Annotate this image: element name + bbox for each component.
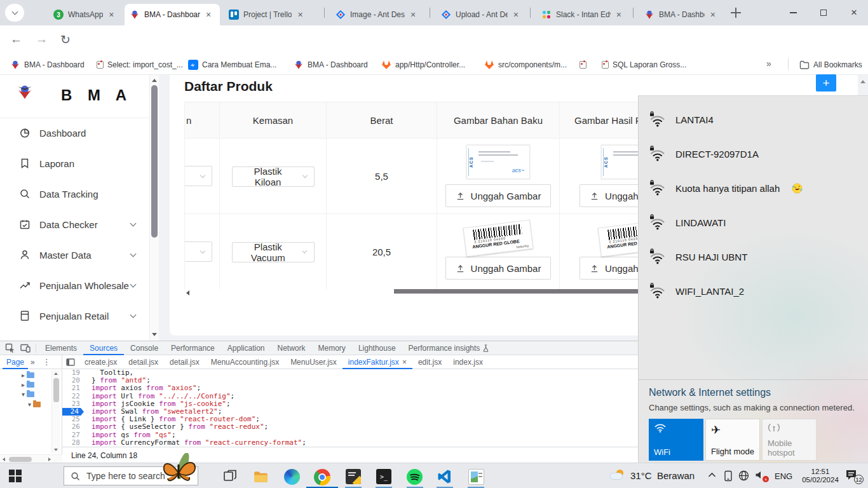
inspect-icon[interactable] [5,343,15,353]
close-icon[interactable]: × [615,10,623,19]
upload-bahan-baku-button[interactable]: Unggah Gambar [445,184,552,207]
barcode-image-thumbnail[interactable]: 2 210110 04200 ANGGUR RED GLOBE Netto/Kg [463,220,534,257]
devtools-tab-application[interactable]: Application [221,341,271,355]
device-toolbar-icon[interactable] [20,343,31,353]
language-indicator[interactable]: ENG [775,471,792,481]
volume-muted-icon[interactable]: × [755,470,768,482]
kemasan-select[interactable]: Plastik Vacuum [232,242,315,262]
close-icon[interactable]: × [512,10,520,19]
tree-folder-expanded[interactable]: ▾ [28,401,41,408]
network-globe-icon[interactable] [738,470,749,481]
spotify-button[interactable] [407,469,423,485]
close-icon[interactable]: × [205,10,212,19]
navigator-hscrollbar[interactable] [0,454,62,463]
devtools-tab-memory[interactable]: Memory [312,341,352,355]
flight-mode-tile[interactable]: ✈ Flight mode [705,419,760,461]
scroll-up-icon[interactable] [152,79,157,82]
pane-kebab-icon[interactable]: ⋮ [43,357,51,367]
search-highlight-butterfly[interactable] [160,453,200,487]
vscode-button[interactable] [437,469,454,485]
photos-app-button[interactable] [468,469,485,485]
file-tab-create[interactable]: create.jsx [79,355,123,369]
bookmark-sql-laporan[interactable]: SQL Laporan Gross... [602,59,686,71]
new-tab-button[interactable] [731,8,741,18]
edge-button[interactable] [284,469,301,485]
table-scroll-left-icon[interactable] [186,290,189,295]
notification-center-button[interactable]: 12 [845,469,862,483]
sidebar-item-dashboard[interactable]: Dashboard [0,120,149,146]
file-tab-index[interactable]: index.jsx [447,355,489,369]
file-tab-detail-2[interactable]: detail.jsx [164,355,205,369]
scroll-down-icon[interactable] [152,333,157,336]
page-scroll-up-icon[interactable] [860,80,865,83]
line-number[interactable]: 22 [62,393,84,400]
file-tab-indexfaktur[interactable]: indexFaktur.jsx× [342,355,412,369]
wifi-network-item[interactable]: Kuota hanya titipan allah [639,171,868,205]
upload-bahan-baku-button[interactable]: Unggah Gambar [445,257,552,280]
wifi-network-item[interactable]: RSU HAJI UBNT [639,240,868,274]
file-explorer-button[interactable] [253,469,269,485]
wifi-network-item[interactable]: WIFI_LANTAI_2 [639,274,868,308]
close-icon[interactable]: × [409,10,417,19]
bookmark-select-import[interactable]: Select: import_cost_... [97,59,183,71]
phone-link-icon[interactable] [723,470,733,482]
back-icon[interactable]: ← [10,32,22,46]
bookmark-gitlab-components[interactable]: src/components/m... [484,59,567,71]
wifi-toggle-tile[interactable]: WiFi [649,419,703,461]
chrome-button[interactable] [314,469,330,485]
window-maximize-button[interactable] [810,0,837,25]
close-icon[interactable]: × [107,10,115,19]
pane-overflow-icon[interactable]: » [28,358,37,367]
network-settings-link[interactable]: Network & Internet settings [649,387,771,398]
start-button-icon[interactable] [9,470,22,482]
sidebar-item-master-data[interactable]: Master Data [0,242,149,268]
weather-icon[interactable] [610,470,627,482]
bookmarks-overflow-icon[interactable]: » [766,58,771,69]
close-icon[interactable]: × [296,10,304,19]
tab-bma-dashboard-active[interactable]: BMA - Dashboar × [125,4,220,25]
add-row-button[interactable]: + [816,74,836,92]
tree-folder-expanded[interactable]: ▾ [22,391,34,398]
weather-condition[interactable]: Berawan [657,470,695,481]
scrollbar-thumb[interactable] [9,457,32,462]
line-number[interactable]: 27 [62,431,84,439]
line-number[interactable]: 26 [62,423,84,431]
line-number[interactable]: 23 [62,400,84,408]
devtools-tab-elements[interactable]: Elements [39,341,83,355]
reload-icon[interactable]: ↻ [60,32,71,47]
tab-whatsapp[interactable]: 3 WhatsApp × [48,4,122,25]
tree-folder-collapsed[interactable]: ▸ [22,381,34,388]
line-number[interactable]: 24 [62,408,84,416]
wifi-network-item[interactable]: LINDAWATI [639,205,868,240]
scrollbar-thumb[interactable] [53,378,59,402]
devtools-tab-lighthouse[interactable]: Lighthouse [352,341,402,355]
kemasan-select[interactable]: Plastik Kiloan [232,166,315,187]
bookmark-gitlab-controller[interactable]: app/Http/Controller... [381,59,465,71]
file-tab-menuaccounting[interactable]: MenuAccounting.jsx [205,355,285,369]
wifi-network-item[interactable]: LANTAI4 [639,102,868,137]
bookmark-cara-membuat[interactable]: Cara Membuat Ema... [188,59,276,71]
pane-tab-page[interactable]: Page [3,355,28,369]
all-bookmarks-button[interactable]: All Bookmarks [799,59,862,71]
window-close-button[interactable]: × [840,0,868,25]
bookmark-bma-dashboard[interactable]: BMA - Dashboard [10,59,85,71]
scrollbar-thumb[interactable] [151,85,158,238]
tab-image-antdesign[interactable]: Image - Ant Des × [330,4,424,25]
wifi-network-item[interactable]: DIRECT-92097D1A [639,137,868,171]
sidebar-item-penjualan-wholesale[interactable]: Penjualan Wholesale [0,273,149,298]
window-minimize-button[interactable] [779,0,807,25]
sidebar-item-data-tracking[interactable]: Data Tracking [0,181,149,207]
label-image-thumbnail[interactable]: ACS acs~ [466,145,530,179]
tree-folder-collapsed[interactable]: ▸ [22,372,34,379]
notepad-button[interactable] [346,469,362,485]
sidebar-item-penjualan-retail[interactable]: Penjualan Retail [0,303,149,329]
tray-expand-icon[interactable] [708,472,716,478]
devtools-tab-performance-insights[interactable]: Performance insights [402,341,496,355]
sidebar-item-data-checker[interactable]: Data Checker [0,212,149,237]
satuan-select[interactable]: g [185,166,213,186]
file-tab-detail-1[interactable]: detail.jsx [123,355,164,369]
devtools-tab-network[interactable]: Network [271,341,312,355]
navigator-vscrollbar[interactable] [51,370,60,453]
forward-icon[interactable]: → [36,32,48,46]
sidebar-item-laporan[interactable]: Laporan [0,151,149,176]
